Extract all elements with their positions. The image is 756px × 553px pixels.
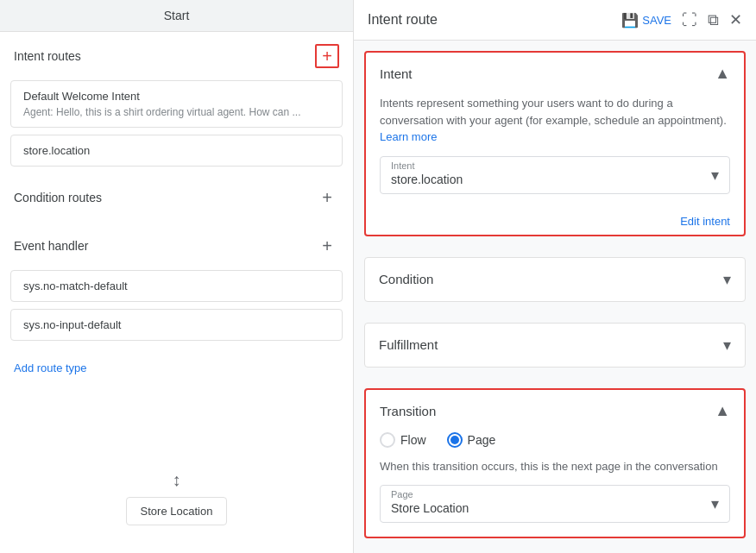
edit-intent-row: Edit intent (366, 208, 744, 235)
condition-section-title: Condition (379, 272, 433, 286)
intent-card-header[interactable]: Intent ▲ (366, 53, 744, 95)
transition-card-body: Flow Page When this transition occurs, t… (366, 432, 744, 537)
event-1-label: sys.no-match-default (23, 280, 128, 292)
edit-intent-button[interactable]: Edit intent (680, 215, 730, 228)
intent-routes-header: Intent routes + (0, 32, 353, 80)
event-item-1[interactable]: sys.no-match-default (10, 270, 343, 302)
fulfillment-card-header[interactable]: Fulfillment ▾ (365, 324, 745, 367)
condition-card-header[interactable]: Condition ▾ (365, 258, 745, 301)
intent-description: Intents represent something your users w… (380, 95, 730, 146)
save-icon: 💾 (621, 12, 639, 28)
transition-description: When this transition occurs, this is the… (380, 458, 730, 475)
start-label: Start (164, 9, 190, 22)
route-item-welcome[interactable]: Default Welcome Intent Agent: Hello, thi… (10, 80, 343, 128)
arrow-down-icon: ↕ (173, 470, 181, 490)
split-icon[interactable]: ⧉ (708, 11, 719, 29)
page-dropdown-icon: ▾ (711, 494, 719, 513)
intent-section-title: Intent (380, 66, 413, 81)
intent-card-body: Intents represent something your users w… (366, 95, 744, 208)
transition-section-title: Transition (380, 404, 436, 418)
right-header-title: Intent route (368, 12, 611, 28)
add-intent-button[interactable]: + (315, 44, 339, 68)
transition-radio-group: Flow Page (380, 432, 730, 448)
condition-chevron-icon: ▾ (723, 270, 731, 289)
radio-page-label: Page (468, 433, 496, 447)
intent-input-group[interactable]: Intent store.location ▾ (380, 156, 730, 194)
event-item-2[interactable]: sys.no-input-default (10, 309, 343, 341)
radio-page-circle (447, 432, 463, 448)
condition-section: Condition ▾ (364, 257, 746, 302)
route-store-label: store.location (23, 144, 90, 157)
intent-input-value: store.location (391, 173, 719, 186)
add-event-button[interactable]: + (315, 234, 339, 258)
route-item-store[interactable]: store.location (10, 135, 343, 167)
fulfillment-section: Fulfillment ▾ (364, 323, 746, 368)
right-header: Intent route 💾 SAVE ⛶ ⧉ ✕ (354, 0, 756, 41)
page-input-group[interactable]: Page Store Location ▾ (380, 485, 730, 523)
intent-routes-title: Intent routes (14, 49, 81, 63)
intent-chevron-icon: ▲ (715, 65, 730, 83)
event-handler-title: Event handler (14, 239, 88, 253)
store-location-button[interactable]: Store Location (126, 497, 228, 525)
route-item-main: Default Welcome Intent (23, 90, 330, 103)
save-button[interactable]: 💾 SAVE (621, 12, 671, 28)
condition-routes-title: Condition routes (14, 191, 102, 204)
start-header: Start (0, 0, 353, 32)
page-input-value: Store Location (391, 501, 719, 515)
event-2-label: sys.no-input-default (23, 318, 121, 331)
transition-card-header[interactable]: Transition ▲ (366, 390, 744, 432)
radio-flow-circle (380, 432, 395, 448)
page-input-label: Page (391, 489, 719, 500)
intent-section: Intent ▲ Intents represent something you… (364, 51, 746, 236)
radio-flow[interactable]: Flow (380, 432, 426, 448)
fulfillment-section-title: Fulfillment (379, 337, 438, 352)
learn-more-link[interactable]: Learn more (380, 130, 437, 143)
right-panel: Intent route 💾 SAVE ⛶ ⧉ ✕ Intent ▲ Inten… (354, 0, 756, 553)
close-icon[interactable]: ✕ (729, 10, 742, 29)
left-panel: Start Intent routes + Default Welcome In… (0, 0, 354, 553)
expand-icon[interactable]: ⛶ (682, 11, 697, 29)
radio-page[interactable]: Page (447, 432, 496, 448)
header-icons: ⛶ ⧉ ✕ (682, 10, 742, 29)
radio-flow-label: Flow (400, 433, 426, 447)
intent-input-label: Intent (391, 160, 719, 171)
transition-section: Transition ▲ Flow Page When this transit… (364, 388, 746, 539)
fulfillment-chevron-icon: ▾ (723, 336, 731, 355)
transition-chevron-icon: ▲ (715, 402, 730, 420)
radio-page-dot (450, 436, 459, 444)
add-condition-button[interactable]: + (315, 185, 339, 210)
condition-routes-header: Condition routes + (0, 173, 353, 222)
event-handler-header: Event handler + (0, 222, 353, 270)
add-route-type-link[interactable]: Add route type (0, 348, 353, 388)
left-bottom: ↕ Store Location (0, 470, 353, 553)
intent-dropdown-icon: ▾ (711, 166, 719, 185)
route-item-sub: Agent: Hello, this is a shirt ordering v… (23, 106, 330, 118)
